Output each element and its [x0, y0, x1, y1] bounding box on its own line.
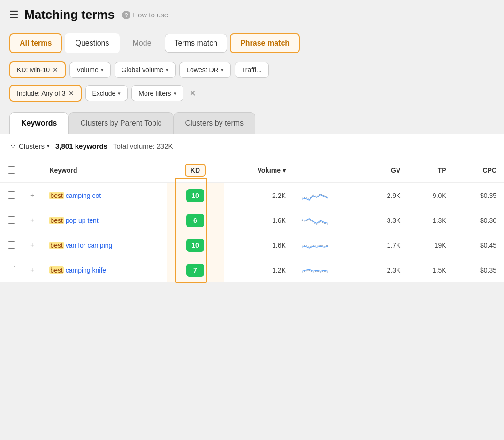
- row-trend-cell: [293, 258, 362, 283]
- row-checkbox-cell: [0, 258, 23, 283]
- row-checkbox-cell: [0, 208, 23, 233]
- kd-filter-close[interactable]: ✕: [53, 66, 58, 74]
- row-kd-cell: 10: [167, 233, 224, 258]
- more-filters-arrow-icon: ▾: [174, 91, 176, 97]
- row-cpc-cell: $0.35: [454, 258, 504, 283]
- global-volume-arrow-icon: ▾: [166, 67, 168, 73]
- row-tp-cell: 9.0K: [408, 183, 453, 208]
- row-kd-cell: 7: [167, 258, 224, 283]
- row-checkbox[interactable]: [8, 191, 15, 199]
- select-all-checkbox[interactable]: [8, 166, 15, 174]
- tab-clusters-terms[interactable]: Clusters by terms: [174, 112, 255, 134]
- clusters-arrow-icon: ▾: [47, 143, 50, 149]
- row-checkbox-cell: [0, 183, 23, 208]
- traffic-dropdown[interactable]: Traffi...: [235, 62, 269, 78]
- content-tabs-bar: Keywords Clusters by Parent Topic Cluste…: [0, 112, 504, 134]
- tab-questions[interactable]: Questions: [65, 33, 119, 53]
- row-add-button[interactable]: +: [30, 241, 34, 249]
- th-cpc: CPC: [454, 158, 504, 183]
- row-add-cell: +: [23, 233, 42, 258]
- include-filter-chip[interactable]: Include: Any of 3 ✕: [9, 85, 82, 102]
- clusters-button[interactable]: ⁘ Clusters ▾: [9, 141, 50, 151]
- menu-icon[interactable]: ☰: [9, 9, 19, 21]
- row-keyword-cell: best camping knife: [42, 258, 167, 283]
- keyword-link[interactable]: best camping cot: [49, 192, 101, 199]
- global-volume-dropdown[interactable]: Global volume ▾: [115, 62, 176, 78]
- table-row: + best pop up tent 6 1.6K: [0, 208, 504, 233]
- row-kd-cell: 6: [167, 208, 224, 233]
- keywords-table: Keyword KD Volume ▾ GV TP CPC: [0, 158, 504, 283]
- th-tp: TP: [408, 158, 453, 183]
- row-add-button[interactable]: +: [30, 191, 34, 199]
- tab-all-terms[interactable]: All terms: [9, 33, 62, 53]
- th-kd: KD: [167, 158, 224, 183]
- kd-filter-label: KD: Min-10: [17, 66, 50, 74]
- keywords-table-wrapper: Keyword KD Volume ▾ GV TP CPC: [0, 158, 504, 283]
- keyword-link[interactable]: best van for camping: [49, 242, 112, 249]
- th-trend: [293, 158, 362, 183]
- row-keyword-cell: best camping cot: [42, 183, 167, 208]
- row-volume-cell: 1.6K: [224, 233, 293, 258]
- keywords-count: 3,801 keywords: [55, 142, 107, 150]
- kd-badge: 10: [186, 239, 204, 252]
- row-gv-cell: 1.7K: [362, 233, 408, 258]
- row-checkbox[interactable]: [8, 266, 15, 273]
- th-gv: GV: [362, 158, 408, 183]
- keyword-link[interactable]: best pop up tent: [49, 217, 98, 224]
- th-volume[interactable]: Volume ▾: [224, 158, 293, 183]
- include-filter-close[interactable]: ✕: [69, 90, 74, 97]
- tab-phrase-match[interactable]: Phrase match: [230, 33, 300, 53]
- row-checkbox[interactable]: [8, 216, 15, 224]
- keyword-highlight: best: [49, 192, 63, 199]
- th-keyword: Keyword: [42, 158, 167, 183]
- stats-bar: ⁘ Clusters ▾ 3,801 keywords Total volume…: [0, 134, 504, 158]
- kd-filter-chip[interactable]: KD: Min-10 ✕: [9, 61, 66, 78]
- help-icon: ?: [122, 11, 130, 19]
- row-keyword-cell: best pop up tent: [42, 208, 167, 233]
- row-tp-cell: 19K: [408, 233, 453, 258]
- clusters-dots-icon: ⁘: [9, 141, 16, 151]
- exclude-dropdown[interactable]: Exclude ▾: [85, 85, 128, 101]
- row-volume-cell: 1.2K: [224, 258, 293, 283]
- row-tp-cell: 1.3K: [408, 208, 453, 233]
- tab-keywords[interactable]: Keywords: [9, 112, 69, 134]
- row-volume-cell: 1.6K: [224, 208, 293, 233]
- row-gv-cell: 2.3K: [362, 258, 408, 283]
- tab-terms-match[interactable]: Terms match: [165, 34, 228, 53]
- row-trend-cell: [293, 233, 362, 258]
- clusters-label: Clusters: [19, 142, 45, 150]
- table-row: + best camping knife 7 1.2K: [0, 258, 504, 283]
- volume-dropdown[interactable]: Volume ▾: [69, 62, 111, 78]
- table-row: + best camping cot 10 2.2K: [0, 183, 504, 208]
- keyword-link[interactable]: best camping knife: [49, 266, 106, 274]
- total-volume: Total volume: 232K: [113, 142, 173, 150]
- row-gv-cell: 2.9K: [362, 183, 408, 208]
- kd-badge: 7: [186, 264, 204, 277]
- row-volume-cell: 2.2K: [224, 183, 293, 208]
- page-title: Matching terms: [24, 8, 115, 22]
- row-add-cell: +: [23, 258, 42, 283]
- row-keyword-cell: best van for camping: [42, 233, 167, 258]
- row-trend-cell: [293, 208, 362, 233]
- how-to-use-button[interactable]: ? How to use: [122, 11, 168, 19]
- kd-badge: 6: [186, 214, 204, 227]
- keyword-highlight: best: [49, 217, 63, 224]
- how-to-use-label: How to use: [133, 11, 168, 19]
- th-checkbox: [0, 158, 23, 183]
- include-filter-label: Include: Any of 3: [17, 90, 66, 97]
- clear-all-filters[interactable]: ✕: [187, 86, 198, 100]
- row-add-cell: +: [23, 183, 42, 208]
- exclude-arrow-icon: ▾: [118, 91, 121, 97]
- keyword-highlight: best: [49, 266, 63, 274]
- tab-clusters-parent-topic[interactable]: Clusters by Parent Topic: [69, 112, 173, 134]
- row-gv-cell: 3.3K: [362, 208, 408, 233]
- row-trend-cell: [293, 183, 362, 208]
- row-checkbox[interactable]: [8, 241, 15, 249]
- row-cpc-cell: $0.30: [454, 208, 504, 233]
- lowest-dr-dropdown[interactable]: Lowest DR ▾: [179, 62, 230, 78]
- table-row: + best van for camping 10 1.6K: [0, 233, 504, 258]
- row-add-button[interactable]: +: [30, 216, 34, 224]
- lowest-dr-arrow-icon: ▾: [221, 67, 224, 73]
- more-filters-dropdown[interactable]: More filters ▾: [131, 85, 183, 101]
- row-add-button[interactable]: +: [30, 266, 34, 274]
